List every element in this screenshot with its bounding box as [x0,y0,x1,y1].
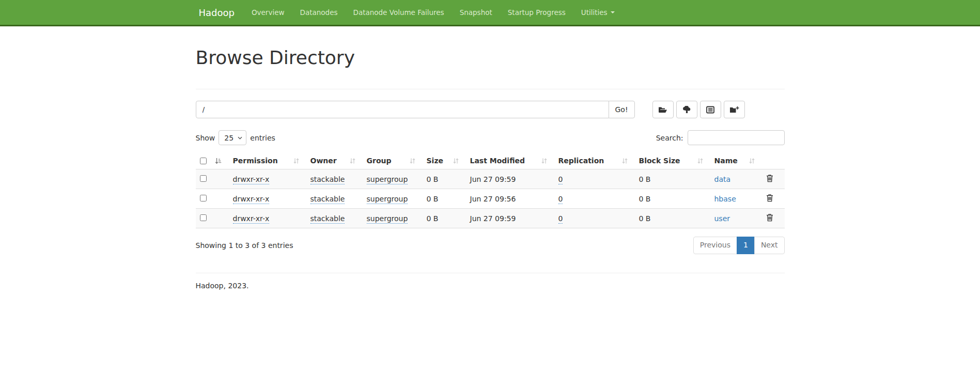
group-value[interactable]: supergroup [367,175,408,184]
table-header-row: Permission Owner Group Size Last Mod [196,152,785,169]
sort-both-icon [350,158,355,164]
owner-value[interactable]: stackable [310,214,345,224]
replication-value[interactable]: 0 [558,175,563,184]
block-size-value: 0 B [639,195,651,203]
page-size-select[interactable]: 25 [219,130,246,145]
group-value[interactable]: supergroup [367,214,408,224]
caret-down-icon [611,11,615,13]
nav-startup-progress[interactable]: Startup Progress [500,8,573,17]
sort-both-icon [749,158,755,164]
column-header-replication[interactable]: Replication [554,152,635,169]
last-modified-value: Jun 27 09:59 [470,214,516,223]
cut-paste-button[interactable] [652,101,674,118]
row-checkbox[interactable] [200,214,207,221]
row-checkbox[interactable] [200,175,207,182]
select-all-checkbox[interactable] [200,158,207,164]
column-header-block-size[interactable]: Block Size [635,152,710,169]
cloud-upload-icon [682,106,692,114]
column-header-last-modified[interactable]: Last Modified [466,152,554,169]
folder-open-icon [658,106,667,114]
show-label: Show [196,134,215,142]
pagination-next[interactable]: Next [754,237,785,254]
brand-hadoop[interactable]: Hadoop [196,7,238,18]
top-navbar: Hadoop Overview Datanodes Datanode Volum… [0,0,980,26]
page-header: Browse Directory [196,47,785,89]
path-bar: Go! [196,101,785,118]
set-quota-button[interactable] [700,101,721,118]
sort-active-icon [215,158,222,164]
sort-both-icon [410,158,415,164]
entries-label: entries [250,134,275,142]
trash-icon [766,194,773,202]
table-footer-controls: Showing 1 to 3 of 3 entries Previous 1 N… [196,237,785,254]
delete-button[interactable] [766,194,773,202]
column-header-owner[interactable]: Owner [306,152,363,169]
column-header-select-all[interactable] [196,152,229,169]
column-label: Size [427,157,444,165]
nav-utilities-dropdown[interactable]: Utilities [573,8,623,17]
group-value[interactable]: supergroup [367,195,408,204]
directory-link[interactable]: hbase [714,195,736,203]
directory-path-input[interactable] [196,101,609,118]
new-folder-icon [729,106,739,114]
go-button[interactable]: Go! [609,101,635,118]
last-modified-value: Jun 27 09:56 [470,195,516,203]
table-row: drwxr-xr-x stackable supergroup 0 B Jun … [196,169,785,189]
directory-listing-table: Permission Owner Group Size Last Mod [196,152,785,228]
column-label: Replication [558,157,604,165]
table-row: drwxr-xr-x stackable supergroup 0 B Jun … [196,189,785,209]
pagination-page-1[interactable]: 1 [737,237,755,254]
permission-value[interactable]: drwxr-xr-x [233,175,270,184]
column-label: Name [714,157,738,165]
trash-icon [766,174,773,182]
directory-link[interactable]: user [714,214,730,223]
sort-both-icon [541,158,547,164]
column-header-group[interactable]: Group [363,152,423,169]
column-label: Permission [233,157,278,165]
directory-link[interactable]: data [714,175,731,183]
trash-icon [766,213,773,222]
sort-both-icon [697,158,703,164]
last-modified-value: Jun 27 09:59 [470,175,516,183]
column-label: Block Size [639,157,680,165]
footer-divider [196,273,785,273]
delete-button[interactable] [766,174,773,182]
column-header-size[interactable]: Size [423,152,466,169]
column-label: Last Modified [470,157,525,165]
permission-value[interactable]: drwxr-xr-x [233,214,270,224]
replication-value[interactable]: 0 [558,214,563,224]
column-header-name[interactable]: Name [710,152,762,169]
owner-value[interactable]: stackable [310,175,345,184]
column-header-permission[interactable]: Permission [229,152,306,169]
block-size-value: 0 B [639,214,651,223]
nav-utilities-label: Utilities [581,8,608,17]
pagination-previous[interactable]: Previous [693,237,737,254]
column-label: Owner [310,157,337,165]
nav-snapshot[interactable]: Snapshot [452,8,500,17]
row-checkbox[interactable] [200,195,207,201]
list-alt-icon [706,106,714,114]
column-header-actions [762,152,785,169]
replication-value[interactable]: 0 [558,195,563,204]
pagination: Previous 1 Next [693,237,785,254]
block-size-value: 0 B [639,175,651,183]
delete-button[interactable] [766,213,773,222]
permission-value[interactable]: drwxr-xr-x [233,195,270,204]
nav-overview[interactable]: Overview [244,8,292,17]
search-input[interactable] [688,130,785,145]
create-directory-button[interactable] [724,101,745,118]
size-value: 0 B [427,214,439,223]
table-info: Showing 1 to 3 of 3 entries [196,241,293,250]
nav-datanodes[interactable]: Datanodes [292,8,346,17]
chevron-down-icon [238,136,242,139]
sort-both-icon [622,158,628,164]
footer-text: Hadoop, 2023. [196,282,785,290]
upload-file-button[interactable] [676,101,697,118]
nav-datanode-volume-failures[interactable]: Datanode Volume Failures [345,8,452,17]
search-label: Search: [656,134,683,142]
size-value: 0 B [427,195,439,203]
owner-value[interactable]: stackable [310,195,345,204]
table-controls: Show 25 entries Search: [196,130,785,145]
column-label: Group [367,157,392,165]
sort-both-icon [293,158,299,164]
